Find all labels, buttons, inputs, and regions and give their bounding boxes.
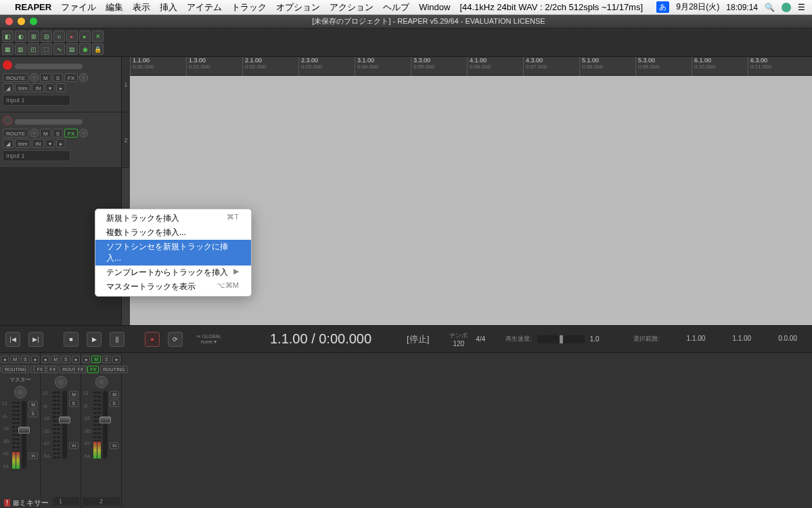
record-button[interactable]: ● [145, 332, 160, 347]
menu-view[interactable]: 表示 [133, 1, 150, 14]
tool-btn[interactable]: ▸ [66, 30, 78, 42]
stop-button[interactable]: ■ [64, 332, 78, 347]
record-arm-button[interactable] [3, 60, 12, 70]
route-button[interactable]: ROUTE [3, 73, 28, 82]
playrate-slider[interactable] [537, 335, 585, 343]
in-button[interactable]: IN [32, 139, 44, 148]
menu-options[interactable]: オプション [276, 1, 320, 14]
track-header[interactable]: ROUTE M S FX ◢ trim IN ▾ ▸ Input 1 [0, 57, 121, 112]
tool-btn[interactable]: ⬚ [41, 43, 52, 55]
mixer-strip[interactable]: ●MS●FXFXROUTING12-6--18-30--42-54-MSIN2 [81, 353, 122, 508]
goto-start-button[interactable]: |◀ [5, 332, 20, 347]
rec-button[interactable]: ● [41, 356, 49, 363]
pan-knob[interactable] [55, 376, 67, 388]
sel-end[interactable]: 1.1.00 [732, 335, 751, 343]
ime-indicator[interactable]: あ [656, 1, 669, 13]
tempo-value[interactable]: 120 [453, 340, 465, 347]
tool-btn[interactable]: ◧ [2, 30, 14, 42]
tool-btn[interactable]: ⊟ [41, 30, 52, 42]
context-menu-item[interactable]: マスタートラックを表示⌥⌘M [95, 280, 251, 294]
volume-fader[interactable] [62, 391, 67, 459]
tool-btn[interactable]: ⊞ [28, 30, 39, 42]
monitor-button[interactable]: ▾ [45, 83, 55, 92]
sel-start[interactable]: 1.1.00 [687, 335, 706, 343]
mixer-strip[interactable]: ●MS●FXFXROUTING12-6--18-30--42-54-MSIN1 [41, 353, 81, 508]
volume-fader[interactable] [22, 401, 26, 469]
trim-button[interactable]: trim [15, 139, 30, 148]
menu-edit[interactable]: 編集 [106, 1, 123, 14]
menu-help[interactable]: ヘルプ [383, 1, 409, 14]
fx-button[interactable]: FX [64, 129, 78, 137]
pan-knob[interactable] [30, 73, 39, 82]
solo-button[interactable]: S [53, 73, 63, 82]
goto-end-button[interactable]: ▶| [28, 332, 43, 347]
audio-info[interactable]: [44.1kHz 24bit WAV : 2/2ch 512spls ~11/1… [459, 2, 643, 12]
tool-btn[interactable]: ▦ [2, 43, 14, 55]
menu-insert[interactable]: 挿入 [160, 1, 177, 14]
track-number[interactable]: 1 [122, 57, 130, 112]
tool-btn[interactable]: ▥ [15, 43, 26, 55]
tool-btn[interactable]: ▸ [79, 30, 91, 42]
app-name[interactable]: REAPER [15, 2, 51, 12]
volume-fader[interactable] [103, 391, 108, 459]
pan-knob[interactable] [14, 386, 26, 398]
sel-len[interactable]: 0.0.00 [778, 335, 797, 343]
menu-icon[interactable]: ☰ [798, 3, 805, 12]
bottom-bar[interactable]: ! ⊞ ミキサー [0, 497, 53, 508]
trim-button[interactable]: trim [15, 83, 30, 92]
pause-button[interactable]: || [110, 332, 125, 347]
rec-button[interactable]: ● [1, 356, 9, 363]
menu-actions[interactable]: アクション [330, 1, 374, 14]
tool-btn[interactable]: ◰ [28, 43, 39, 55]
input-selector[interactable]: Input 1 [3, 150, 70, 161]
mixer-strip[interactable]: ●MS●FXROUTINGMONOマスター12-6--18-30--42-54-… [0, 353, 41, 508]
env-button[interactable]: ◢ [3, 139, 14, 148]
globe-icon[interactable] [782, 3, 791, 12]
pan-knob[interactable] [30, 129, 39, 137]
timeline-ruler[interactable]: 1.1.000:00.0001.3.000:01.0002.1.000:02.0… [130, 57, 812, 76]
monitor-button[interactable]: ▾ [45, 139, 55, 148]
close-button[interactable] [5, 18, 13, 25]
time-signature[interactable]: 4/4 [476, 335, 485, 343]
tool-btn[interactable]: ∿ [53, 43, 65, 55]
menu-window[interactable]: Window [419, 2, 450, 12]
record-arm-button[interactable] [3, 116, 12, 125]
play-button[interactable]: ▶ [87, 332, 102, 347]
menu-file[interactable]: ファイル [61, 1, 96, 14]
track-number[interactable]: 2 [122, 112, 130, 168]
context-menu-item[interactable]: ソフトシンセを新規トラックに挿入... [95, 240, 251, 266]
in-button[interactable]: IN [32, 83, 44, 92]
minimize-button[interactable] [18, 18, 25, 25]
tool-btn[interactable]: ✕ [92, 30, 104, 42]
tool-btn[interactable]: ◉ [79, 43, 91, 55]
date[interactable]: 9月28日(火) [676, 1, 719, 13]
tool-btn[interactable]: ⎌ [53, 30, 65, 42]
solo-button[interactable]: S [53, 129, 63, 137]
menu-track[interactable]: トラック [231, 1, 267, 14]
tool-btn[interactable]: 🔒 [92, 43, 104, 55]
route-button[interactable]: ROUTE [3, 129, 28, 137]
repeat-button[interactable]: ⟳ [168, 332, 183, 347]
rec-mode-button[interactable]: ▸ [56, 83, 66, 92]
pan-knob[interactable] [95, 376, 108, 388]
time[interactable]: 18:09:14 [726, 3, 758, 12]
mute-button[interactable]: M [40, 129, 51, 137]
fx-button[interactable]: FX [64, 73, 78, 82]
width-knob[interactable] [79, 129, 88, 137]
mute-button[interactable]: M [40, 73, 51, 82]
env-button[interactable]: ◢ [3, 83, 14, 92]
tool-btn[interactable]: ▤ [66, 43, 78, 55]
position-display[interactable]: 1.1.00 / 0:00.000 [270, 331, 371, 347]
spotlight-icon[interactable]: 🔍 [765, 3, 775, 12]
context-menu-item[interactable]: テンプレートからトラックを挿入▶ [95, 266, 251, 280]
width-knob[interactable] [79, 73, 88, 82]
input-selector[interactable]: Input 1 [3, 95, 70, 106]
tool-btn[interactable]: ◐ [15, 30, 26, 42]
rec-mode-button[interactable]: ▸ [56, 139, 66, 148]
volume-slider[interactable] [15, 119, 83, 125]
maximize-button[interactable] [30, 18, 37, 25]
context-menu-item[interactable]: 新規トラックを挿入⌘T [95, 211, 251, 226]
track-header[interactable]: ROUTE M S FX ◢ trim IN ▾ ▸ Input 1 [0, 112, 121, 168]
volume-slider[interactable] [15, 64, 83, 69]
rec-button[interactable]: ● [82, 356, 90, 363]
